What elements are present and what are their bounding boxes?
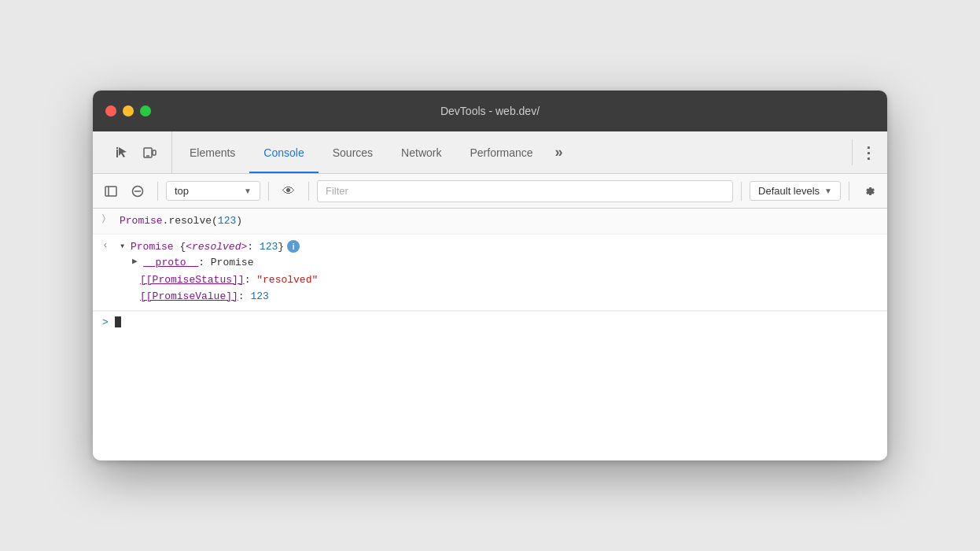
resolved-key: <resolved> bbox=[186, 239, 247, 255]
promise-value-key: [[PromiseValue]] bbox=[140, 289, 238, 305]
proto-expand-arrow[interactable]: ▶ bbox=[132, 255, 140, 268]
expand-promise-arrow[interactable]: ▾ bbox=[120, 239, 127, 253]
window-title: DevTools - web.dev/ bbox=[440, 105, 540, 117]
tab-elements[interactable]: Elements bbox=[175, 131, 249, 173]
toolbar-divider-2 bbox=[268, 182, 269, 201]
proto-key[interactable]: __proto__ bbox=[143, 255, 198, 271]
live-expressions-button[interactable]: 👁 bbox=[277, 179, 300, 203]
promise-header-row: ▾ Promise { <resolved> : 123 } i bbox=[120, 239, 878, 255]
status-spacer bbox=[132, 272, 140, 288]
toolbar-divider-1 bbox=[157, 182, 158, 201]
status-colon: : bbox=[245, 272, 257, 288]
toolbar-divider-5 bbox=[849, 182, 849, 201]
tab-bar: Elements Console Sources Network Perform… bbox=[93, 131, 887, 174]
output-back-arrow: ‹ bbox=[102, 239, 113, 251]
value-123-resolved: 123 bbox=[260, 239, 278, 255]
console-entry-output: ‹ ▾ Promise { <resolved> : 123 } i bbox=[93, 235, 887, 311]
inspect-icon[interactable] bbox=[109, 140, 134, 165]
toolbar-divider-4 bbox=[741, 182, 742, 201]
tab-console[interactable]: Console bbox=[249, 131, 318, 173]
value-colon: : bbox=[238, 289, 251, 305]
console-input-content: Promise.resolve(123) bbox=[120, 213, 878, 229]
value-123-input: 123 bbox=[218, 215, 236, 227]
console-area: 〉 Promise.resolve(123) ‹ ▾ Promise { <re… bbox=[93, 209, 887, 460]
tab-performance[interactable]: Performance bbox=[455, 131, 547, 173]
title-bar: DevTools - web.dev/ bbox=[93, 91, 887, 131]
svg-rect-1 bbox=[153, 150, 156, 155]
levels-dropdown-arrow: ▼ bbox=[824, 187, 832, 195]
input-chevron: 〉 bbox=[102, 213, 113, 224]
input-cursor bbox=[115, 316, 121, 327]
close-button[interactable] bbox=[105, 105, 116, 116]
promise-label: Promise bbox=[131, 239, 174, 255]
settings-button[interactable] bbox=[857, 179, 881, 203]
console-output-content: ▾ Promise { <resolved> : 123 } i ▶ __pro… bbox=[120, 239, 878, 305]
promise-status-row: [[PromiseStatus]] : "resolved" bbox=[132, 272, 878, 289]
promise-value-row: [[PromiseValue]] : 123 bbox=[132, 288, 878, 305]
tab-divider bbox=[852, 139, 853, 165]
devtools-window: DevTools - web.dev/ Elements Conso bbox=[93, 91, 887, 460]
minimize-button[interactable] bbox=[123, 105, 134, 116]
console-entry-input: 〉 Promise.resolve(123) bbox=[93, 209, 887, 235]
proto-colon: : Promise bbox=[198, 255, 253, 271]
tab-icons bbox=[99, 131, 172, 173]
device-icon[interactable] bbox=[137, 140, 162, 165]
proto-row: ▶ __proto__ : Promise bbox=[132, 254, 878, 272]
info-badge[interactable]: i bbox=[287, 240, 300, 253]
toolbar-divider-3 bbox=[308, 182, 309, 201]
context-dropdown-arrow: ▼ bbox=[244, 187, 252, 195]
tab-network[interactable]: Network bbox=[387, 131, 455, 173]
promise-status-key: [[PromiseStatus]] bbox=[140, 272, 245, 288]
more-tabs-button[interactable]: » bbox=[547, 131, 571, 173]
close-paren: ) bbox=[236, 215, 242, 227]
dot-resolve: .resolve( bbox=[163, 215, 218, 227]
value-spacer bbox=[132, 289, 140, 305]
input-prompt-symbol: > bbox=[102, 316, 109, 328]
tab-sources[interactable]: Sources bbox=[319, 131, 387, 173]
promise-keyword: Promise bbox=[120, 215, 163, 227]
promise-value-num: 123 bbox=[250, 289, 268, 305]
colon-sep: : bbox=[247, 239, 260, 255]
tab-spacer bbox=[571, 131, 849, 173]
console-toolbar: top ▼ 👁 Default levels ▼ bbox=[93, 174, 887, 209]
close-brace: } bbox=[278, 239, 284, 255]
open-brace: { bbox=[174, 239, 186, 255]
promise-status-value: "resolved" bbox=[256, 272, 318, 288]
context-selector[interactable]: top ▼ bbox=[166, 181, 260, 201]
filter-input[interactable] bbox=[317, 180, 733, 202]
maximize-button[interactable] bbox=[140, 105, 151, 116]
clear-console-button[interactable] bbox=[126, 179, 149, 203]
svg-rect-3 bbox=[105, 187, 116, 196]
traffic-lights bbox=[105, 105, 151, 116]
promise-tree: ▶ __proto__ : Promise [[PromiseStatus]] … bbox=[120, 254, 878, 305]
sidebar-toggle-button[interactable] bbox=[99, 179, 123, 203]
console-input-line[interactable]: > bbox=[93, 311, 887, 333]
filter-area bbox=[317, 180, 733, 202]
log-levels-button[interactable]: Default levels ▼ bbox=[750, 181, 841, 201]
tab-menu-button[interactable]: ⋮ bbox=[856, 131, 881, 173]
